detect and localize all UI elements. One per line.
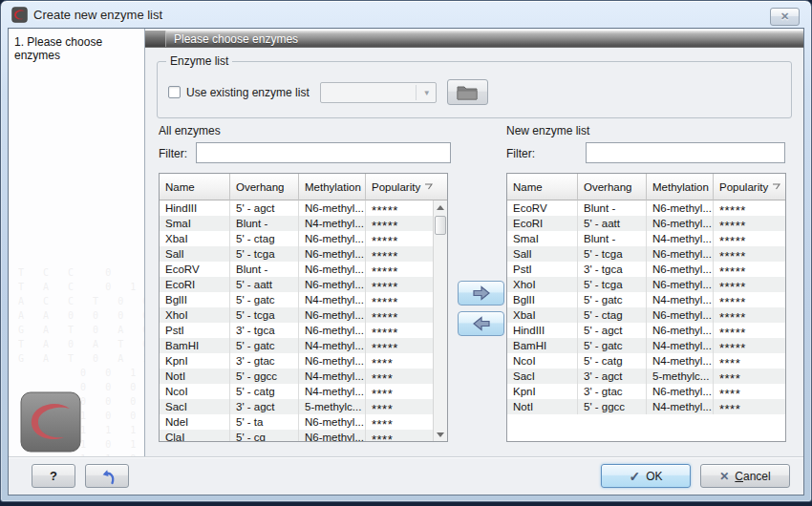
enzyme-list-group-label: Enzyme list bbox=[166, 54, 232, 68]
cell-popularity: **** bbox=[366, 430, 433, 441]
cell-methylation: N6-methyl... bbox=[299, 231, 366, 246]
cell-name: XhoI bbox=[507, 277, 578, 292]
cell-methylation: N6-methyl... bbox=[647, 216, 714, 231]
cell-name: SmaI bbox=[160, 216, 230, 231]
table-row[interactable]: SacI3' - agct5-methylc...**** bbox=[507, 369, 785, 384]
all-enzymes-rows: HindIII5' - agctN6-methyl...*****SmaIBlu… bbox=[160, 200, 433, 441]
table-row[interactable]: BamHI5' - gatcN4-methyl...***** bbox=[507, 338, 785, 353]
table-row[interactable]: EcoRI5' - aattN6-methyl...***** bbox=[160, 277, 433, 292]
cell-popularity: ***** bbox=[366, 231, 433, 246]
cell-popularity: ***** bbox=[714, 216, 785, 231]
column-header-name[interactable]: Name bbox=[507, 174, 578, 200]
enzyme-list-group: Enzyme list Use existing enzyme list ▼ bbox=[157, 61, 792, 118]
table-row[interactable]: EcoRI5' - aattN6-methyl...***** bbox=[507, 216, 785, 231]
table-row[interactable]: SacI3' - agct5-methylc...**** bbox=[160, 399, 433, 414]
table-row[interactable]: PstI3' - tgcaN6-methyl...***** bbox=[160, 323, 433, 338]
table-row[interactable]: NcoI5' - catgN4-methyl...**** bbox=[507, 353, 785, 369]
table-row[interactable]: PstI3' - tgcaN6-methyl...***** bbox=[507, 262, 785, 277]
cell-overhang: 5' - catg bbox=[578, 353, 647, 369]
arrow-left-icon bbox=[472, 316, 491, 331]
cell-overhang: 5' - ctag bbox=[230, 231, 299, 246]
cell-overhang: 5' - aatt bbox=[230, 277, 299, 292]
cell-name: KpnI bbox=[160, 353, 230, 369]
cell-overhang: Blunt - bbox=[230, 262, 299, 277]
table-row[interactable]: SalI5' - tcgaN6-methyl...***** bbox=[507, 246, 785, 262]
cell-methylation: N6-methyl... bbox=[647, 246, 714, 262]
cell-overhang: Blunt - bbox=[230, 216, 299, 231]
cell-overhang: 5' - gatc bbox=[578, 338, 647, 353]
cell-overhang: 5' - agct bbox=[230, 200, 299, 216]
table-row[interactable]: BglII5' - gatcN4-methyl...***** bbox=[507, 292, 785, 307]
column-header-overhang[interactable]: Overhang bbox=[230, 174, 299, 200]
table-row[interactable]: SalI5' - tcgaN6-methyl...***** bbox=[160, 246, 433, 262]
window-title: Create new enzyme list bbox=[33, 8, 162, 22]
cell-popularity: ***** bbox=[366, 216, 433, 231]
cell-overhang: 5' - ggcc bbox=[578, 399, 647, 414]
cell-popularity: ***** bbox=[714, 246, 785, 262]
cell-name: ClaI bbox=[160, 430, 230, 441]
table-row[interactable]: HindIII5' - agctN6-methyl...***** bbox=[160, 200, 433, 216]
arrow-right-icon bbox=[472, 285, 491, 301]
column-header-popularity[interactable]: Popularity bbox=[714, 174, 785, 200]
wizard-sidebar: 1. Please choose enzymes T C C 0T A C 0 … bbox=[9, 29, 145, 456]
enzyme-list-combobox[interactable]: ▼ bbox=[320, 82, 437, 103]
close-button[interactable]: ✕ bbox=[770, 8, 800, 26]
table-row[interactable]: BamHI5' - gatcN4-methyl...***** bbox=[160, 338, 433, 353]
table-row[interactable]: NotI5' - ggccN4-methyl...**** bbox=[507, 399, 785, 414]
right-filter-input[interactable] bbox=[586, 142, 785, 163]
left-filter-input[interactable] bbox=[196, 142, 451, 163]
reset-button[interactable] bbox=[85, 464, 129, 488]
scrollbar-thumb[interactable] bbox=[435, 216, 446, 235]
table-row[interactable]: NotI5' - ggccN4-methyl...**** bbox=[160, 369, 433, 384]
cell-name: SacI bbox=[507, 369, 578, 384]
scroll-down-icon[interactable] bbox=[434, 428, 447, 441]
cell-name: EcoRI bbox=[507, 216, 578, 231]
table-row[interactable]: KpnI3' - gtacN6-methyl...**** bbox=[160, 353, 433, 369]
table-row[interactable]: NcoI5' - catgN4-methyl...**** bbox=[160, 384, 433, 399]
help-button[interactable]: ? bbox=[32, 464, 75, 488]
table-row[interactable]: EcoRVBlunt -N6-methyl...***** bbox=[160, 262, 433, 277]
column-header-popularity[interactable]: Popularity bbox=[366, 174, 447, 200]
table-row[interactable]: SmaIBlunt -N4-methyl...***** bbox=[507, 231, 785, 246]
table-row[interactable]: BglII5' - gatcN4-methyl...***** bbox=[160, 292, 433, 307]
wizard-step-1: 1. Please choose enzymes bbox=[9, 29, 144, 69]
table-row[interactable]: HindIII5' - agctN6-methyl...***** bbox=[507, 323, 785, 338]
table-row[interactable]: SmaIBlunt -N4-methyl...***** bbox=[160, 216, 433, 231]
dialog-client: 1. Please choose enzymes T C C 0T A C 0 … bbox=[8, 28, 804, 495]
ok-button[interactable]: ✓ OK bbox=[601, 464, 691, 488]
cell-name: HindIII bbox=[507, 323, 578, 338]
table-row[interactable]: XhoI5' - tcgaN6-methyl...***** bbox=[507, 277, 785, 292]
remove-enzyme-button[interactable] bbox=[458, 311, 504, 336]
column-header-name[interactable]: Name bbox=[160, 174, 230, 200]
table-row[interactable]: NdeI5' - taN6-methyl...**** bbox=[160, 414, 433, 430]
table-row[interactable]: EcoRVBlunt -N6-methyl...***** bbox=[507, 200, 785, 216]
cell-overhang: 5' - cg bbox=[230, 430, 299, 441]
cancel-button[interactable]: ✕ Cancel bbox=[700, 464, 790, 488]
table-header: Name Overhang Methylation Popularity bbox=[160, 174, 447, 200]
cell-name: SmaI bbox=[507, 231, 578, 246]
table-row[interactable]: XbaI5' - ctagN6-methyl...***** bbox=[160, 231, 433, 246]
browse-button[interactable] bbox=[447, 79, 488, 105]
cell-methylation: N4-methyl... bbox=[299, 216, 366, 231]
table-header: Name Overhang Methylation Popularity bbox=[507, 174, 785, 200]
scroll-up-icon[interactable] bbox=[434, 200, 447, 214]
ok-label: OK bbox=[646, 470, 662, 483]
cell-methylation: N6-methyl... bbox=[647, 277, 714, 292]
table-row[interactable]: KpnI3' - gtacN6-methyl...**** bbox=[507, 384, 785, 399]
cell-overhang: 5' - tcga bbox=[230, 246, 299, 262]
title-bar[interactable]: Create new enzyme list ✕ bbox=[1, 1, 811, 28]
column-header-methylation[interactable]: Methylation bbox=[647, 174, 714, 200]
table-row[interactable]: XhoI5' - tcgaN6-methyl...***** bbox=[160, 307, 433, 323]
cell-name: PstI bbox=[160, 323, 230, 338]
cell-popularity: **** bbox=[366, 414, 433, 430]
cell-popularity: **** bbox=[714, 384, 785, 399]
column-header-overhang[interactable]: Overhang bbox=[578, 174, 647, 200]
vertical-scrollbar[interactable] bbox=[433, 200, 447, 441]
add-enzyme-button[interactable] bbox=[458, 281, 504, 306]
table-row[interactable]: XbaI5' - ctagN6-methyl...***** bbox=[507, 307, 785, 323]
chevron-down-icon: ▼ bbox=[423, 89, 431, 97]
column-header-methylation[interactable]: Methylation bbox=[299, 174, 366, 200]
cell-popularity: ***** bbox=[366, 323, 433, 338]
table-row[interactable]: ClaI5' - cgN6-methyl...**** bbox=[160, 430, 433, 441]
use-existing-checkbox[interactable] bbox=[168, 86, 181, 98]
